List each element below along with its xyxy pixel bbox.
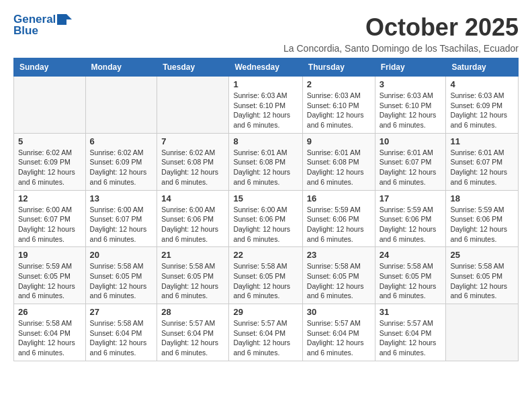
weekday-header-row: SundayMondayTuesdayWednesdayThursdayFrid… (14, 58, 519, 77)
weekday-header-sunday: Sunday (14, 58, 86, 77)
day-number: 8 (233, 136, 298, 146)
calendar-cell: 8Sunrise: 6:01 AM Sunset: 6:08 PM Daylig… (229, 133, 302, 190)
calendar-cell: 6Sunrise: 6:02 AM Sunset: 6:09 PM Daylig… (85, 133, 157, 190)
calendar-cell: 27Sunrise: 5:58 AM Sunset: 6:04 PM Dayli… (85, 304, 157, 361)
calendar-cell: 14Sunrise: 6:00 AM Sunset: 6:06 PM Dayli… (157, 190, 229, 247)
day-info: Sunrise: 5:57 AM Sunset: 6:04 PM Dayligh… (380, 318, 442, 358)
calendar-cell: 28Sunrise: 5:57 AM Sunset: 6:04 PM Dayli… (157, 304, 229, 361)
weekday-header-tuesday: Tuesday (157, 58, 229, 77)
calendar-week-row: 12Sunrise: 6:00 AM Sunset: 6:07 PM Dayli… (14, 190, 519, 247)
day-number: 9 (307, 136, 371, 146)
calendar-cell: 24Sunrise: 5:58 AM Sunset: 6:05 PM Dayli… (375, 247, 446, 304)
day-number: 31 (380, 307, 442, 317)
day-number: 16 (307, 193, 371, 203)
day-info: Sunrise: 5:58 AM Sunset: 6:04 PM Dayligh… (18, 318, 81, 358)
day-info: Sunrise: 5:58 AM Sunset: 6:05 PM Dayligh… (161, 261, 224, 301)
calendar-cell: 2Sunrise: 6:03 AM Sunset: 6:10 PM Daylig… (302, 77, 375, 134)
calendar-cell: 25Sunrise: 5:58 AM Sunset: 6:05 PM Dayli… (446, 247, 519, 304)
location-subtitle: La Concordia, Santo Domingo de los Tsach… (283, 43, 519, 54)
day-number: 24 (380, 250, 442, 260)
page-header: General Blue October 2025 La Concordia, … (13, 13, 519, 54)
calendar-cell: 26Sunrise: 5:58 AM Sunset: 6:04 PM Dayli… (14, 304, 86, 361)
calendar-cell (14, 77, 86, 134)
day-number: 30 (307, 307, 371, 317)
calendar-cell: 7Sunrise: 6:02 AM Sunset: 6:08 PM Daylig… (157, 133, 229, 190)
weekday-header-saturday: Saturday (446, 58, 519, 77)
day-info: Sunrise: 6:02 AM Sunset: 6:08 PM Dayligh… (161, 148, 224, 187)
title-block: October 2025 La Concordia, Santo Domingo… (283, 13, 519, 54)
calendar-cell: 31Sunrise: 5:57 AM Sunset: 6:04 PM Dayli… (375, 304, 446, 361)
calendar-cell (157, 77, 229, 134)
day-number: 2 (307, 79, 371, 89)
day-number: 27 (90, 307, 153, 317)
day-info: Sunrise: 6:01 AM Sunset: 6:07 PM Dayligh… (450, 148, 514, 187)
calendar-cell: 22Sunrise: 5:58 AM Sunset: 6:05 PM Dayli… (229, 247, 302, 304)
day-number: 25 (450, 250, 514, 260)
day-number: 12 (18, 193, 81, 203)
logo-icon (57, 14, 72, 25)
calendar-week-row: 5Sunrise: 6:02 AM Sunset: 6:09 PM Daylig… (14, 133, 519, 190)
day-info: Sunrise: 6:03 AM Sunset: 6:10 PM Dayligh… (380, 91, 442, 130)
day-number: 3 (380, 79, 442, 89)
weekday-header-monday: Monday (85, 58, 157, 77)
calendar-week-row: 26Sunrise: 5:58 AM Sunset: 6:04 PM Dayli… (14, 304, 519, 361)
day-info: Sunrise: 6:02 AM Sunset: 6:09 PM Dayligh… (18, 148, 81, 187)
weekday-header-friday: Friday (375, 58, 446, 77)
day-number: 18 (450, 193, 514, 203)
day-number: 29 (233, 307, 298, 317)
day-info: Sunrise: 5:59 AM Sunset: 6:05 PM Dayligh… (18, 261, 81, 301)
day-info: Sunrise: 6:01 AM Sunset: 6:07 PM Dayligh… (380, 148, 442, 187)
day-info: Sunrise: 6:01 AM Sunset: 6:08 PM Dayligh… (233, 148, 298, 187)
day-info: Sunrise: 6:00 AM Sunset: 6:07 PM Dayligh… (18, 205, 81, 244)
calendar-cell: 4Sunrise: 6:03 AM Sunset: 6:09 PM Daylig… (446, 77, 519, 134)
day-info: Sunrise: 5:59 AM Sunset: 6:06 PM Dayligh… (307, 205, 371, 244)
day-info: Sunrise: 5:58 AM Sunset: 6:04 PM Dayligh… (90, 318, 153, 358)
day-number: 19 (18, 250, 81, 260)
calendar-cell: 3Sunrise: 6:03 AM Sunset: 6:10 PM Daylig… (375, 77, 446, 134)
day-number: 7 (161, 136, 224, 146)
calendar-cell: 29Sunrise: 5:57 AM Sunset: 6:04 PM Dayli… (229, 304, 302, 361)
day-info: Sunrise: 6:00 AM Sunset: 6:06 PM Dayligh… (161, 205, 224, 244)
day-number: 14 (161, 193, 224, 203)
day-number: 21 (161, 250, 224, 260)
day-info: Sunrise: 6:00 AM Sunset: 6:07 PM Dayligh… (90, 205, 153, 244)
calendar-cell: 18Sunrise: 5:59 AM Sunset: 6:06 PM Dayli… (446, 190, 519, 247)
calendar-cell: 17Sunrise: 5:59 AM Sunset: 6:06 PM Dayli… (375, 190, 446, 247)
day-info: Sunrise: 6:03 AM Sunset: 6:09 PM Dayligh… (450, 91, 514, 130)
month-title: October 2025 (283, 13, 519, 42)
calendar-table: SundayMondayTuesdayWednesdayThursdayFrid… (13, 58, 519, 361)
calendar-cell (446, 304, 519, 361)
day-number: 6 (90, 136, 153, 146)
calendar-cell: 16Sunrise: 5:59 AM Sunset: 6:06 PM Dayli… (302, 190, 375, 247)
calendar-cell: 19Sunrise: 5:59 AM Sunset: 6:05 PM Dayli… (14, 247, 86, 304)
calendar-cell: 10Sunrise: 6:01 AM Sunset: 6:07 PM Dayli… (375, 133, 446, 190)
day-number: 23 (307, 250, 371, 260)
calendar-cell: 23Sunrise: 5:58 AM Sunset: 6:05 PM Dayli… (302, 247, 375, 304)
day-number: 13 (90, 193, 153, 203)
day-number: 28 (161, 307, 224, 317)
day-info: Sunrise: 5:58 AM Sunset: 6:05 PM Dayligh… (450, 261, 514, 301)
day-info: Sunrise: 5:57 AM Sunset: 6:04 PM Dayligh… (307, 318, 371, 358)
day-number: 22 (233, 250, 298, 260)
day-info: Sunrise: 5:58 AM Sunset: 6:05 PM Dayligh… (380, 261, 442, 301)
logo-blue: Blue (13, 25, 72, 38)
day-number: 17 (380, 193, 442, 203)
day-number: 5 (18, 136, 81, 146)
day-info: Sunrise: 5:58 AM Sunset: 6:05 PM Dayligh… (307, 261, 371, 301)
calendar-cell (85, 77, 157, 134)
weekday-header-thursday: Thursday (302, 58, 375, 77)
day-number: 15 (233, 193, 298, 203)
day-number: 26 (18, 307, 81, 317)
calendar-cell: 13Sunrise: 6:00 AM Sunset: 6:07 PM Dayli… (85, 190, 157, 247)
day-info: Sunrise: 6:02 AM Sunset: 6:09 PM Dayligh… (90, 148, 153, 187)
day-number: 10 (380, 136, 442, 146)
day-info: Sunrise: 5:57 AM Sunset: 6:04 PM Dayligh… (233, 318, 298, 358)
calendar-week-row: 19Sunrise: 5:59 AM Sunset: 6:05 PM Dayli… (14, 247, 519, 304)
calendar-cell: 11Sunrise: 6:01 AM Sunset: 6:07 PM Dayli… (446, 133, 519, 190)
day-number: 20 (90, 250, 153, 260)
day-info: Sunrise: 5:58 AM Sunset: 6:05 PM Dayligh… (233, 261, 298, 301)
day-info: Sunrise: 6:00 AM Sunset: 6:06 PM Dayligh… (233, 205, 298, 244)
calendar-cell: 21Sunrise: 5:58 AM Sunset: 6:05 PM Dayli… (157, 247, 229, 304)
calendar-cell: 9Sunrise: 6:01 AM Sunset: 6:08 PM Daylig… (302, 133, 375, 190)
day-number: 4 (450, 79, 514, 89)
